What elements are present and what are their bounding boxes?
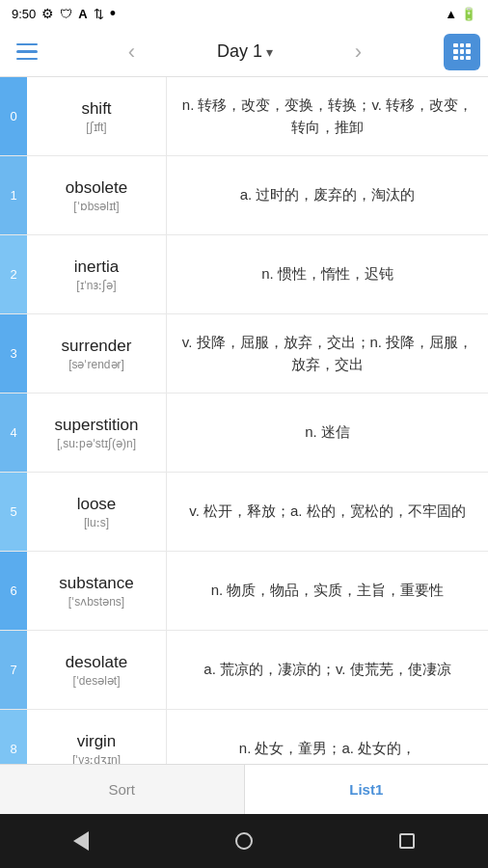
home-button[interactable] (227, 824, 261, 858)
word-phonetic: [luːs] (84, 516, 109, 529)
top-nav: ‹ Day 1 ▾ › (0, 27, 488, 77)
word-phonetic: [ˈdesələt] (72, 674, 120, 688)
word-cell: desolate[ˈdesələt] (27, 631, 167, 709)
grid-icon (453, 43, 471, 61)
row-index: 2 (0, 235, 27, 313)
word-meaning: n. 迷信 (167, 393, 488, 472)
row-index: 3 (0, 314, 27, 393)
home-icon (235, 832, 253, 850)
table-row[interactable]: 7desolate[ˈdesələt]a. 荒凉的，凄凉的；v. 使荒芜，使凄凉 (0, 631, 488, 710)
word-english: virgin (77, 732, 117, 751)
row-index: 7 (0, 631, 27, 709)
word-phonetic: [ˈɒbsəlɪt] (73, 200, 119, 213)
bottom-tab-list1[interactable]: List1 (245, 765, 489, 814)
row-index: 4 (0, 393, 27, 472)
word-meaning: n. 转移，改变，变换，转换；v. 转移，改变，转向，推卸 (167, 77, 488, 155)
word-english: substance (59, 574, 134, 593)
word-cell: obsolete[ˈɒbsəlɪt] (27, 156, 167, 234)
word-cell: virgin[ˈvɜːdʒɪn] (27, 710, 167, 764)
day-title[interactable]: Day 1 ▾ (217, 41, 273, 62)
back-button[interactable] (64, 824, 98, 858)
word-cell: shift[ʃɪft] (27, 77, 167, 155)
shield-icon: 🛡 (60, 7, 72, 21)
row-index: 5 (0, 473, 27, 551)
word-phonetic: [səˈrendər] (68, 358, 124, 371)
table-row[interactable]: 0shift[ʃɪft]n. 转移，改变，变换，转换；v. 转移，改变，转向，推… (0, 77, 488, 156)
word-english: superstition (55, 416, 139, 435)
row-index: 6 (0, 552, 27, 630)
recents-icon (399, 833, 415, 849)
battery-icon: 🔋 (461, 7, 476, 21)
word-meaning: v. 投降，屈服，放弃，交出；n. 投降，屈服，放弃，交出 (167, 314, 488, 393)
bottom-tab-sort[interactable]: Sort (0, 765, 245, 814)
word-meaning: a. 荒凉的，凄凉的；v. 使荒芜，使凄凉 (167, 631, 488, 709)
prev-button[interactable]: ‹ (121, 32, 143, 72)
word-phonetic: [ˈsʌbstəns] (68, 595, 124, 609)
status-left: 9:50 ⚙ 🛡 A ⇅ • (12, 5, 116, 22)
word-cell: loose[luːs] (27, 473, 167, 551)
table-row[interactable]: 1obsolete[ˈɒbsəlɪt]a. 过时的，废弃的，淘汰的 (0, 156, 488, 235)
row-index: 0 (0, 77, 27, 155)
status-bar: 9:50 ⚙ 🛡 A ⇅ • ▲ 🔋 (0, 0, 488, 27)
table-row[interactable]: 4superstition[ˌsuːpəˈstɪʃ(ə)n]n. 迷信 (0, 393, 488, 473)
table-row[interactable]: 5loose[luːs]v. 松开，释放；a. 松的，宽松的，不牢固的 (0, 473, 488, 552)
settings-icon: ⚙ (41, 6, 54, 21)
word-english: inertia (74, 258, 119, 277)
word-list: 0shift[ʃɪft]n. 转移，改变，变换，转换；v. 转移，改变，转向，推… (0, 77, 488, 764)
status-right: ▲ 🔋 (445, 7, 476, 21)
word-phonetic: [ʃɪft] (86, 121, 106, 134)
word-phonetic: [ˈvɜːdʒɪn] (72, 753, 121, 765)
menu-button[interactable] (8, 33, 46, 71)
table-row[interactable]: 2inertia[ɪˈnɜːʃə]n. 惯性，惰性，迟钝 (0, 235, 488, 314)
table-row[interactable]: 8virgin[ˈvɜːdʒɪn]n. 处女，童男；a. 处女的， (0, 710, 488, 764)
table-row[interactable]: 6substance[ˈsʌbstəns]n. 物质，物品，实质，主旨，重要性 (0, 552, 488, 631)
table-row[interactable]: 3surrender[səˈrendər]v. 投降，屈服，放弃，交出；n. 投… (0, 314, 488, 393)
word-phonetic: [ˌsuːpəˈstɪʃ(ə)n] (57, 437, 136, 450)
row-index: 8 (0, 710, 27, 764)
word-english: surrender (62, 337, 132, 356)
word-cell: inertia[ɪˈnɜːʃə] (27, 235, 167, 313)
word-english: loose (77, 495, 117, 514)
signal-icon: ▲ (445, 7, 457, 21)
word-meaning: v. 松开，释放；a. 松的，宽松的，不牢固的 (167, 473, 488, 551)
word-cell: superstition[ˌsuːpəˈstɪʃ(ə)n] (27, 393, 167, 472)
next-button[interactable]: › (347, 32, 369, 72)
chevron-down-icon: ▾ (266, 44, 273, 60)
recents-button[interactable] (390, 824, 424, 858)
word-english: desolate (66, 653, 127, 672)
status-time: 9:50 (12, 7, 36, 21)
hamburger-icon (16, 43, 38, 61)
row-index: 1 (0, 156, 27, 234)
day-title-text: Day 1 (217, 41, 262, 62)
word-phonetic: [ɪˈnɜːʃə] (76, 279, 116, 292)
wifi-icon: ⇅ (94, 7, 104, 21)
word-meaning: a. 过时的，废弃的，淘汰的 (167, 156, 488, 234)
word-meaning: n. 物质，物品，实质，主旨，重要性 (167, 552, 488, 630)
word-meaning: n. 处女，童男；a. 处女的， (167, 710, 488, 764)
dot-icon: • (110, 5, 116, 22)
list-view-button[interactable] (444, 34, 480, 70)
android-nav-bar (0, 814, 488, 868)
a-icon: A (78, 7, 87, 21)
word-english: obsolete (66, 178, 127, 198)
bottom-tabs: SortList1 (0, 764, 488, 814)
word-cell: substance[ˈsʌbstəns] (27, 552, 167, 630)
back-icon (73, 831, 89, 851)
word-english: shift (81, 99, 111, 119)
word-meaning: n. 惯性，惰性，迟钝 (167, 235, 488, 313)
word-cell: surrender[səˈrendər] (27, 314, 167, 393)
